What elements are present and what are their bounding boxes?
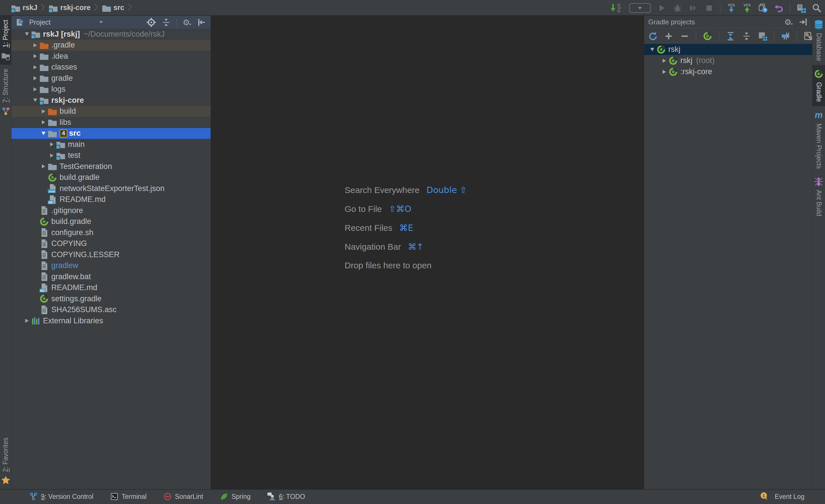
- hide-left-icon[interactable]: [197, 17, 207, 27]
- tree-row-networkstateexportertest-json[interactable]: JSONnetworkStateExporterTest.json: [11, 183, 211, 194]
- expand-arrow[interactable]: [40, 164, 48, 168]
- debug-icon[interactable]: [673, 3, 682, 13]
- expand-arrow[interactable]: [23, 319, 31, 323]
- tree-row-copying[interactable]: COPYING: [11, 238, 211, 249]
- coverage-icon[interactable]: [688, 3, 698, 13]
- collapse-all-icon[interactable]: [161, 17, 171, 27]
- statusbar-item-label: 6: TODO: [279, 493, 305, 501]
- tree-row-rskj[interactable]: rskj: [644, 44, 812, 55]
- expand-arrow[interactable]: [31, 98, 39, 102]
- breadcrumb-item-rskj[interactable]: rskJ: [11, 3, 37, 12]
- statusbar-item-version-control[interactable]: 9: Version Control: [29, 492, 93, 501]
- tree-row-gradle[interactable]: gradle: [11, 73, 211, 84]
- gear-dropdown-icon[interactable]: ⚙: [783, 17, 793, 27]
- statusbar-item-event-log[interactable]: 1 Event Log: [760, 492, 804, 501]
- tree-row-gitignore[interactable]: .gitignore: [11, 205, 211, 216]
- expand-arrow[interactable]: [31, 87, 39, 91]
- gear-dropdown-icon[interactable]: ⚙: [182, 17, 192, 27]
- gradle-file-icon[interactable]: [703, 31, 712, 41]
- statusbar-item-terminal[interactable]: Terminal: [110, 492, 147, 501]
- tree-row-gradlew[interactable]: gradlew: [11, 260, 211, 271]
- project-panel-header[interactable]: Project ⚙: [11, 16, 211, 29]
- tree-row-readme-md[interactable]: MDREADME.md: [11, 194, 211, 205]
- statusbar-item-spring[interactable]: Spring: [220, 492, 250, 501]
- tree-row-logs[interactable]: logs: [11, 84, 211, 95]
- tree-row-rskj-rskj[interactable]: rskJ [rskj]~/Documents/code/rskJ: [11, 29, 211, 40]
- tree-row-readme-md[interactable]: MDREADME.md: [11, 282, 211, 293]
- add-icon[interactable]: [664, 31, 673, 41]
- tree-row-rskj-core[interactable]: rskj-core: [11, 95, 211, 106]
- stripe-tab-gradle[interactable]: Gradle: [812, 65, 825, 106]
- rollback-icon[interactable]: [774, 3, 783, 13]
- tree-row-testgeneration[interactable]: TestGeneration: [11, 161, 211, 172]
- expand-arrow[interactable]: [40, 120, 48, 124]
- statusbar-item-todo[interactable]: 6: TODO: [267, 492, 305, 501]
- tree-row-gradle[interactable]: .gradle: [11, 40, 211, 51]
- statusbar-item-label: SonarLint: [175, 493, 203, 501]
- editor-empty-area[interactable]: Search EverywhereDouble ⇧Go to File⇧⌘ORe…: [211, 16, 644, 489]
- expand-arrow[interactable]: [40, 109, 48, 113]
- stop-icon[interactable]: [704, 3, 714, 13]
- expand-arrow[interactable]: [31, 76, 39, 80]
- expand-arrow[interactable]: [48, 142, 56, 146]
- expand-arrow[interactable]: [31, 65, 39, 69]
- stripe-tab-project[interactable]: 1: Project: [0, 16, 11, 65]
- tree-row-sha256sums-asc[interactable]: SHA256SUMS.asc: [11, 305, 211, 316]
- tree-row-classes[interactable]: classes: [11, 62, 211, 73]
- tree-row-src[interactable]: 4src: [11, 128, 211, 139]
- tree-row-libs[interactable]: libs: [11, 117, 211, 128]
- module-squares-icon[interactable]: [796, 3, 806, 13]
- stripe-tab-database[interactable]: Database: [812, 16, 825, 65]
- search-icon[interactable]: [812, 3, 822, 13]
- tree-row-main[interactable]: main: [11, 139, 211, 150]
- expand-arrow[interactable]: [31, 54, 39, 58]
- structure-icon: [1, 106, 11, 116]
- stripe-tab-favorites[interactable]: 2: Favorites: [0, 434, 11, 489]
- statusbar-item-sonarlint[interactable]: SonarLint: [163, 492, 203, 501]
- vcs-commit-icon[interactable]: VCS: [742, 3, 752, 13]
- modules-icon[interactable]: [758, 31, 767, 41]
- build-settings-icon[interactable]: [804, 31, 813, 41]
- run-config-dropdown[interactable]: [629, 3, 651, 13]
- vcs-update-icon[interactable]: VCS: [727, 3, 736, 13]
- tree-row-gradlew-bat[interactable]: gradlew.bat: [11, 271, 211, 282]
- breadcrumb-item-rskj-core[interactable]: rskj-core: [49, 3, 90, 12]
- stripe-tab-ant-build[interactable]: Ant Build: [812, 173, 825, 220]
- stripe-tab-structure[interactable]: 7: Structure: [0, 65, 11, 120]
- tree-row-idea[interactable]: .idea: [11, 51, 211, 62]
- expand-arrow[interactable]: [648, 48, 656, 51]
- star-icon: [1, 475, 11, 485]
- tree-row-copying-lesser[interactable]: COPYING.LESSER: [11, 249, 211, 260]
- chevron-down-icon[interactable]: [99, 21, 103, 25]
- tree-row-configure-sh[interactable]: configure.sh: [11, 227, 211, 238]
- tree-row-build-gradle[interactable]: build.gradle: [11, 172, 211, 183]
- offline-icon[interactable]: [780, 31, 790, 41]
- breadcrumb-item-src[interactable]: src: [102, 3, 124, 12]
- binary-download-icon[interactable]: 011001: [610, 3, 623, 13]
- refresh-icon[interactable]: [648, 31, 658, 41]
- gradle-panel-header[interactable]: Gradle projects ⚙: [644, 16, 812, 28]
- expand-arrow[interactable]: [31, 43, 39, 47]
- run-icon[interactable]: [657, 3, 667, 13]
- expand-arrow[interactable]: [660, 70, 668, 74]
- tree-row-settings-gradle[interactable]: settings.gradle: [11, 293, 211, 305]
- remove-icon[interactable]: [680, 31, 689, 41]
- tree-row-rskj-core[interactable]: :rskj-core: [644, 66, 812, 77]
- folder-icon: [39, 84, 49, 94]
- tree-row-external-libraries[interactable]: External Libraries: [11, 315, 211, 326]
- tree-row-test[interactable]: test: [11, 150, 211, 161]
- expand-arrow[interactable]: [40, 132, 48, 135]
- stripe-tab-maven-projects[interactable]: mMaven Projects: [812, 106, 825, 173]
- tree-row-build[interactable]: build: [11, 106, 211, 117]
- expand-arrow[interactable]: [48, 154, 56, 158]
- expand-all-icon[interactable]: [726, 31, 735, 41]
- collapse-all-icon[interactable]: [742, 31, 751, 41]
- history-icon[interactable]: [758, 3, 768, 13]
- tree-row-rskj[interactable]: rskj(root): [644, 55, 812, 66]
- locate-icon[interactable]: [146, 17, 156, 27]
- expand-arrow[interactable]: [23, 32, 31, 36]
- toolbar-separator: [719, 31, 719, 41]
- tree-row-build-gradle[interactable]: build.gradle: [11, 216, 211, 227]
- expand-arrow[interactable]: [660, 59, 668, 63]
- hide-right-icon[interactable]: [798, 17, 808, 27]
